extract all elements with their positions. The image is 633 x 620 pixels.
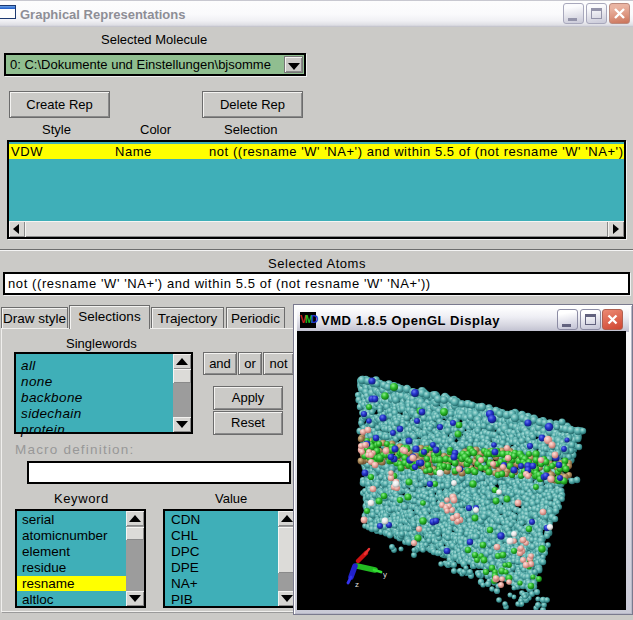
- svg-text:z: z: [355, 580, 359, 589]
- svg-text:y: y: [383, 570, 387, 579]
